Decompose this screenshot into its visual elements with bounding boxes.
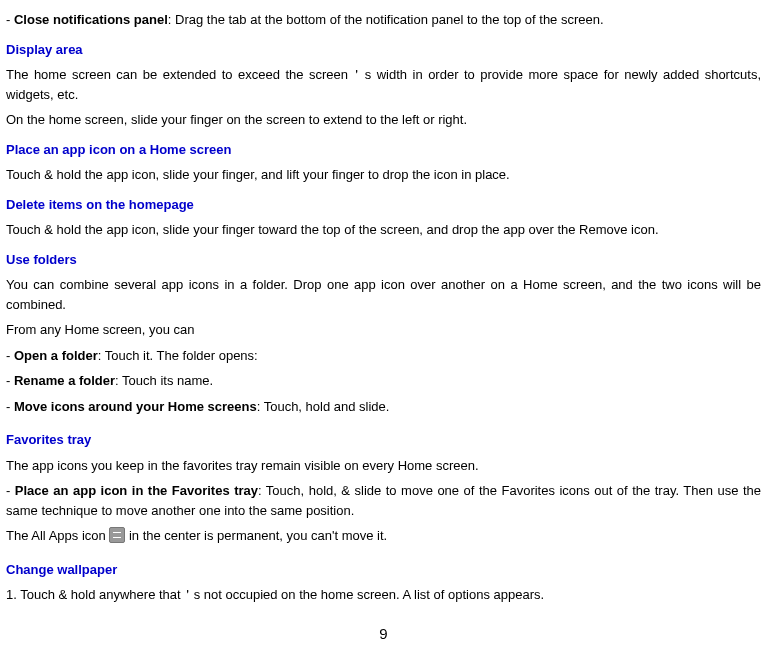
place-in-favorites-label: Place an app icon in the Favorites tray: [15, 483, 258, 498]
paragraph-place-app-icon: Touch & hold the app icon, slide your fi…: [6, 165, 761, 185]
paragraph-display-slide: On the home screen, slide your finger on…: [6, 110, 761, 130]
all-apps-icon: [109, 527, 125, 543]
all-apps-text-post: in the center is permanent, you can't mo…: [125, 528, 387, 543]
all-apps-text-pre: The All Apps icon: [6, 528, 109, 543]
heading-display-area: Display area: [6, 40, 761, 60]
move-icons-label: Move icons around your Home screens: [14, 399, 257, 414]
bullet-prefix: -: [6, 373, 14, 388]
bullet-prefix: -: [6, 348, 14, 363]
heading-favorites-tray: Favorites tray: [6, 430, 761, 450]
close-notifications-label: Close notifications panel: [14, 12, 168, 27]
paragraph-change-wallpaper: 1. Touch & hold anywhere that＇s not occu…: [6, 585, 761, 605]
page-number: 9: [6, 623, 761, 646]
list-item-place-in-favorites: - Place an app icon in the Favorites tra…: [6, 481, 761, 520]
close-notifications-desc: : Drag the tab at the bottom of the noti…: [168, 12, 604, 27]
paragraph-favorites-tray: The app icons you keep in the favorites …: [6, 456, 761, 476]
list-item-move-icons: - Move icons around your Home screens: T…: [6, 397, 761, 417]
rename-folder-label: Rename a folder: [14, 373, 115, 388]
heading-place-app-icon: Place an app icon on a Home screen: [6, 140, 761, 160]
rename-folder-desc: : Touch its name.: [115, 373, 213, 388]
bullet-prefix: -: [6, 483, 15, 498]
heading-delete-items: Delete items on the homepage: [6, 195, 761, 215]
paragraph-use-folders: You can combine several app icons in a f…: [6, 275, 761, 314]
heading-change-wallpaper: Change wallpaper: [6, 560, 761, 580]
bullet-prefix: -: [6, 399, 14, 414]
heading-use-folders: Use folders: [6, 250, 761, 270]
list-item-rename-folder: - Rename a folder: Touch its name.: [6, 371, 761, 391]
open-folder-label: Open a folder: [14, 348, 98, 363]
paragraph-delete-items: Touch & hold the app icon, slide your fi…: [6, 220, 761, 240]
list-item-open-folder: - Open a folder: Touch it. The folder op…: [6, 346, 761, 366]
list-item-close-notifications: - Close notifications panel: Drag the ta…: [6, 10, 761, 30]
bullet-prefix: -: [6, 12, 14, 27]
paragraph-from-any-home: From any Home screen, you can: [6, 320, 761, 340]
move-icons-desc: : Touch, hold and slide.: [257, 399, 390, 414]
paragraph-all-apps-icon: The All Apps icon in the center is perma…: [6, 526, 761, 546]
paragraph-display-area: The home screen can be extended to excee…: [6, 65, 761, 104]
open-folder-desc: : Touch it. The folder opens:: [98, 348, 258, 363]
